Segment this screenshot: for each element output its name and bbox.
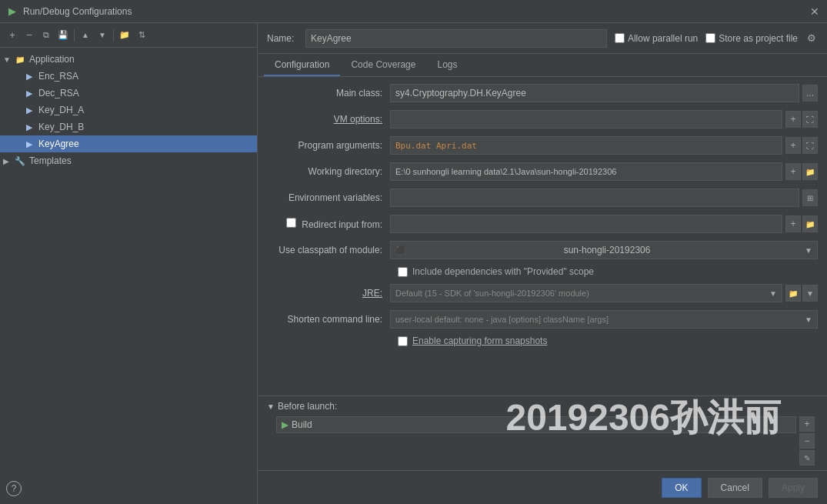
config-tree: ▼ 📁 Application ▶ Enc_RSA ▶ Dec_RSA: [0, 48, 257, 504]
shorten-dropdown[interactable]: user-local default: none - java [options…: [390, 310, 818, 329]
close-button[interactable]: ✕: [809, 5, 821, 18]
tree-item-label: Key_DH_A: [38, 105, 84, 115]
add-config-button[interactable]: +: [5, 28, 20, 43]
run-debug-icon: ▶: [6, 5, 18, 18]
folder-icon: 📁: [14, 53, 26, 65]
environment-variables-expand-button[interactable]: ⊞: [802, 189, 818, 206]
ok-button[interactable]: OK: [662, 478, 701, 498]
vm-options-folder-button[interactable]: ⛶: [802, 111, 818, 128]
name-label: Name:: [267, 33, 298, 44]
program-arguments-actions: + ⛶: [785, 137, 818, 154]
allow-parallel-checkbox[interactable]: [615, 33, 625, 43]
name-row: Name: Allow parallel run Store as projec…: [258, 23, 827, 54]
build-item[interactable]: ▶ Build: [276, 416, 796, 433]
include-dep-label: Include dependencies with "Provided" sco…: [412, 266, 594, 277]
redirect-input-label: Redirect input from:: [267, 218, 390, 230]
config-toolbar: + − ⧉ 💾 ▲ ▼ 📁 ⇅: [0, 23, 257, 48]
tree-item-label: Application: [29, 54, 75, 65]
help-button[interactable]: ?: [6, 481, 22, 496]
store-as-project-group: Store as project file: [705, 33, 798, 44]
use-classpath-value: sun-hongli-20192306: [564, 245, 651, 255]
working-directory-input[interactable]: [390, 162, 782, 181]
before-launch-section: ▼ Before launch: ▶ Build +: [258, 396, 827, 470]
before-launch-edit-button[interactable]: ✎: [799, 450, 815, 466]
run-config-icon: ▶: [23, 121, 35, 133]
tree-item-enc-rsa[interactable]: ▶ Enc_RSA: [0, 68, 257, 85]
program-arguments-input[interactable]: [390, 136, 782, 155]
right-panel: Name: Allow parallel run Store as projec…: [258, 23, 827, 504]
jre-row: JRE: Default (15 - SDK of 'sun-hongli-20…: [267, 283, 818, 303]
environment-variables-input[interactable]: [390, 189, 799, 207]
use-classpath-icon: ⬛: [395, 245, 406, 255]
working-directory-expand-button[interactable]: +: [785, 163, 801, 180]
jre-value: Default (15 - SDK of 'sun-hongli-2019230…: [395, 289, 589, 298]
sort-button[interactable]: ⇅: [134, 28, 149, 43]
build-icon: ▶: [282, 419, 288, 430]
move-down-button[interactable]: ▼: [95, 28, 110, 43]
use-classpath-dropdown[interactable]: ⬛ sun-hongli-20192306 ▼: [390, 241, 818, 259]
program-arguments-row: Program arguments: + ⛶: [267, 135, 818, 155]
left-panel: + − ⧉ 💾 ▲ ▼ 📁 ⇅ ▼ 📁 Application: [0, 23, 258, 504]
enable-capturing-checkbox[interactable]: [398, 336, 408, 346]
program-arguments-folder-button[interactable]: ⛶: [802, 137, 818, 154]
folder-button[interactable]: 📁: [117, 28, 132, 43]
vm-options-expand-button[interactable]: +: [785, 111, 801, 128]
before-launch-header[interactable]: ▼ Before launch:: [267, 401, 818, 412]
before-launch-remove-button[interactable]: −: [799, 433, 815, 449]
settings-icon[interactable]: ⚙: [805, 32, 818, 45]
apply-button[interactable]: Apply: [769, 478, 818, 498]
remove-config-button[interactable]: −: [22, 28, 37, 43]
config-form: Main class: ... VM options: + ⛶: [258, 77, 827, 396]
title-bar: ▶ Run/Debug Configurations ✕: [0, 0, 827, 23]
tree-item-dec-rsa[interactable]: ▶ Dec_RSA: [0, 85, 257, 102]
tree-item-application[interactable]: ▼ 📁 Application: [0, 51, 257, 68]
program-arguments-expand-button[interactable]: +: [785, 137, 801, 154]
tree-item-key-dh-a[interactable]: ▶ Key_DH_A: [0, 102, 257, 118]
working-directory-folder-button[interactable]: 📁: [802, 163, 818, 180]
run-config-icon: ▶: [23, 104, 35, 116]
cancel-button[interactable]: Cancel: [708, 478, 762, 498]
vm-options-row: VM options: + ⛶: [267, 109, 818, 129]
tab-logs[interactable]: Logs: [426, 55, 468, 76]
template-icon: 🔧: [14, 155, 26, 167]
enable-capturing-label: Enable capturing form snapshots: [412, 335, 547, 346]
shorten-label: Shorten command line:: [267, 314, 390, 325]
copy-config-button[interactable]: ⧉: [38, 28, 54, 43]
move-up-button[interactable]: ▲: [78, 28, 93, 43]
jre-dropdown[interactable]: Default (15 - SDK of 'sun-hongli-2019230…: [390, 284, 782, 302]
include-dep-checkbox[interactable]: [398, 267, 408, 277]
main-class-input[interactable]: [390, 84, 799, 102]
bottom-bar: OK Cancel Apply: [258, 470, 827, 504]
tree-item-keyagree[interactable]: ▶ KeyAgree: [0, 135, 257, 152]
store-as-project-checkbox[interactable]: [705, 33, 715, 43]
toolbar-separator: [74, 29, 75, 42]
run-config-icon: ▶: [23, 70, 35, 82]
tree-item-key-dh-b[interactable]: ▶ Key_DH_B: [0, 118, 257, 135]
tab-code-coverage[interactable]: Code Coverage: [340, 55, 426, 76]
tree-item-label: Enc_RSA: [38, 71, 78, 82]
redirect-input-folder-button[interactable]: 📁: [802, 215, 818, 232]
save-config-button[interactable]: 💾: [55, 28, 71, 43]
store-as-project-label: Store as project file: [719, 33, 798, 44]
name-input[interactable]: [305, 29, 607, 48]
jre-expand-button[interactable]: ▼: [802, 285, 818, 302]
vm-options-input[interactable]: [390, 110, 782, 129]
main-class-row: Main class: ...: [267, 83, 818, 103]
redirect-input-input[interactable]: [390, 215, 782, 233]
expand-icon: ▶: [3, 157, 14, 165]
redirect-input-checkbox[interactable]: [286, 218, 296, 228]
toolbar-separator-2: [113, 29, 114, 42]
redirect-input-expand-button[interactable]: +: [785, 215, 801, 232]
tab-configuration[interactable]: Configuration: [264, 55, 340, 76]
program-arguments-label: Program arguments:: [267, 140, 390, 151]
run-config-icon: ▶: [23, 138, 35, 150]
shorten-value: user-local default: none - java [options…: [395, 315, 609, 324]
working-directory-actions: + 📁: [785, 163, 818, 180]
before-launch-add-button[interactable]: +: [799, 416, 815, 432]
redirect-input-row: Redirect input from: + 📁: [267, 214, 818, 234]
working-directory-label: Working directory:: [267, 166, 390, 177]
tree-item-templates[interactable]: ▶ 🔧 Templates: [0, 152, 257, 169]
main-class-browse-button[interactable]: ...: [802, 85, 818, 102]
jre-folder-button[interactable]: 📁: [785, 285, 801, 302]
vm-options-actions: + ⛶: [785, 111, 818, 128]
